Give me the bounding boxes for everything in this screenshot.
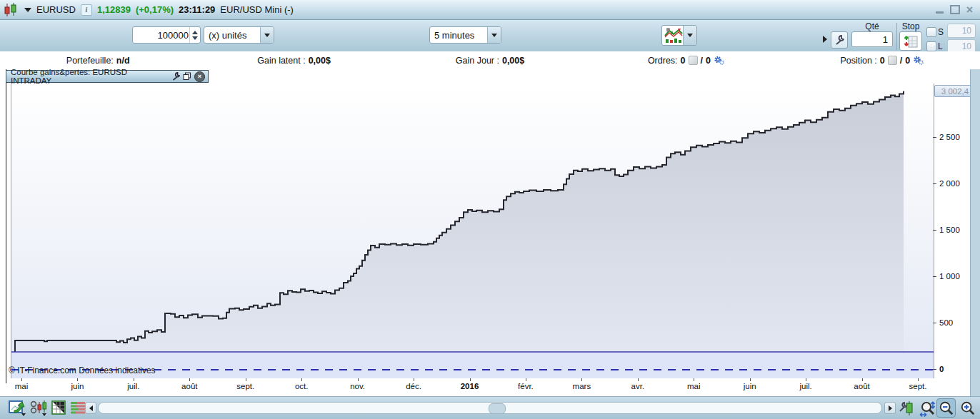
short-checkbox[interactable]: [926, 27, 936, 37]
window-controls: ×: [936, 5, 980, 15]
spin-down-icon[interactable]: [192, 36, 198, 40]
news-icon[interactable]: [51, 400, 66, 415]
scroll-left-button[interactable]: [85, 402, 96, 414]
x-axis-tick: [750, 378, 751, 381]
spin-up-icon[interactable]: [192, 31, 198, 34]
position-open-count: 0: [880, 56, 885, 66]
qty-value[interactable]: 1: [883, 34, 888, 45]
market-depth-icon[interactable]: [70, 400, 86, 415]
x-axis-tick: [134, 378, 134, 381]
trading-window: EURUSD i 1,12839 (+0,17%) 23:11:29 EUR/U…: [0, 0, 980, 419]
x-axis-label: avr.: [631, 382, 645, 390]
order-settings-button[interactable]: [831, 31, 848, 49]
scrollbar-thumb[interactable]: [489, 403, 506, 414]
stop-label: Stop: [899, 21, 923, 31]
quantity-value[interactable]: 100000: [158, 30, 189, 41]
export-chart-icon[interactable]: [9, 400, 27, 416]
chart-options-icon[interactable]: [899, 400, 916, 416]
x-axis-tick: [526, 378, 526, 381]
portfolio-label: Portefeuille:: [66, 56, 114, 66]
expand-panel-icon[interactable]: [823, 36, 827, 43]
unit-select[interactable]: (x) unités: [204, 26, 274, 44]
wrench-icon: [834, 35, 844, 45]
x-axis-tick: [918, 378, 919, 381]
scroll-right-button[interactable]: [884, 402, 896, 414]
y-axis-tick: [933, 276, 936, 277]
x-axis-label: févr.: [518, 382, 534, 390]
stop-order-button[interactable]: [899, 31, 922, 51]
long-stop-value: 10: [962, 41, 971, 51]
position-list-icon[interactable]: [888, 56, 897, 65]
y-axis-label: 2 500: [933, 133, 960, 141]
x-axis-label: oct.: [295, 382, 309, 390]
orders-pending-count: 0: [706, 56, 711, 66]
separator: /: [701, 56, 703, 66]
chart-horizontal-scrollbar[interactable]: [98, 402, 882, 414]
short-stop-value: 10: [962, 26, 971, 36]
x-axis-tick: [358, 378, 359, 381]
gain-day-value: 0,00$: [502, 56, 524, 66]
long-checkbox[interactable]: [926, 41, 936, 51]
x-axis-tick: [414, 378, 414, 381]
quantity-spinner[interactable]: 100000: [132, 26, 201, 44]
close-chart-icon[interactable]: ×: [194, 71, 205, 82]
last-price: 1,12839: [97, 4, 131, 15]
minimize-button[interactable]: [936, 11, 944, 14]
y-axis-label: 1 000: [933, 272, 960, 281]
x-axis-tick: [862, 378, 863, 381]
y-axis-tick: [933, 369, 936, 370]
x-axis-tick: [581, 378, 582, 381]
y-axis-tick: [933, 323, 936, 323]
orders-settings-gear-icon[interactable]: [714, 56, 724, 65]
x-axis-tick: [301, 378, 302, 381]
chart-title-tab[interactable]: Courbe gains&pertes: EURUSD INTRADAY ×: [6, 70, 209, 83]
info-icon[interactable]: i: [81, 4, 92, 16]
arrow-right-icon: [889, 405, 892, 411]
chart-type-button[interactable]: [661, 25, 697, 46]
chart-settings-wrench-icon[interactable]: [171, 72, 180, 81]
separator: /: [900, 56, 902, 66]
x-axis-label: nov.: [350, 382, 365, 390]
y-axis: 05001 0001 5002 0002 500: [933, 69, 970, 396]
short-stop-input[interactable]: 10: [947, 24, 976, 38]
x-axis-label: mars: [573, 382, 591, 390]
x-axis-label: sept.: [909, 382, 927, 390]
display-mode-icon[interactable]: [30, 400, 49, 416]
select-arrow-icon[interactable]: [683, 26, 696, 45]
divider: [896, 23, 897, 50]
unit-selected-value: (x) unités: [209, 30, 246, 41]
portfolio-status: Portefeuille: n/d: [0, 56, 196, 66]
duplicate-chart-icon[interactable]: [183, 72, 191, 81]
gain-day-label: Gain Jour :: [456, 56, 499, 66]
y-axis-tick: [933, 137, 936, 138]
select-arrow-icon[interactable]: [487, 27, 501, 43]
y-axis-tick: [933, 230, 936, 231]
maximize-button[interactable]: [950, 5, 960, 14]
x-axis: maijuinjuil.aoûtsept.oct.nov.déc.2016fév…: [11, 378, 934, 394]
orders-list-icon[interactable]: [689, 56, 698, 65]
symbol-dropdown-icon[interactable]: [24, 8, 31, 12]
x-axis-label: sept.: [236, 382, 254, 390]
zoom-in-button[interactable]: [958, 398, 977, 418]
zoom-out-button[interactable]: [936, 398, 956, 418]
window-edge-strip: [970, 69, 980, 396]
position-label: Position :: [840, 56, 876, 66]
qty-label: Qté: [851, 21, 893, 31]
x-axis-tick: [694, 378, 694, 381]
timeframe-select[interactable]: 5 minutes: [429, 26, 501, 44]
instrument-name: EUR/USD Mini (-): [220, 4, 294, 15]
spinner-arrows[interactable]: [189, 27, 200, 43]
y-axis-label: 500: [933, 318, 953, 327]
day-gain-status: Gain Jour : 0,00$: [392, 56, 588, 66]
close-button[interactable]: ×: [966, 5, 973, 15]
select-arrow-icon[interactable]: [260, 27, 274, 43]
equity-curve-plot[interactable]: [11, 84, 934, 378]
zoom-custom-icon[interactable]: [919, 400, 936, 418]
position-settings-gear-icon[interactable]: [913, 56, 924, 65]
portfolio-value: n/d: [116, 56, 130, 66]
x-axis-tick: [21, 378, 22, 381]
qty-input[interactable]: 1: [851, 31, 893, 47]
arrow-left-icon: [89, 405, 93, 411]
y-axis-tick: [933, 183, 936, 184]
chart-title: Courbe gains&pertes: EURUSD INTRADAY: [11, 68, 168, 85]
